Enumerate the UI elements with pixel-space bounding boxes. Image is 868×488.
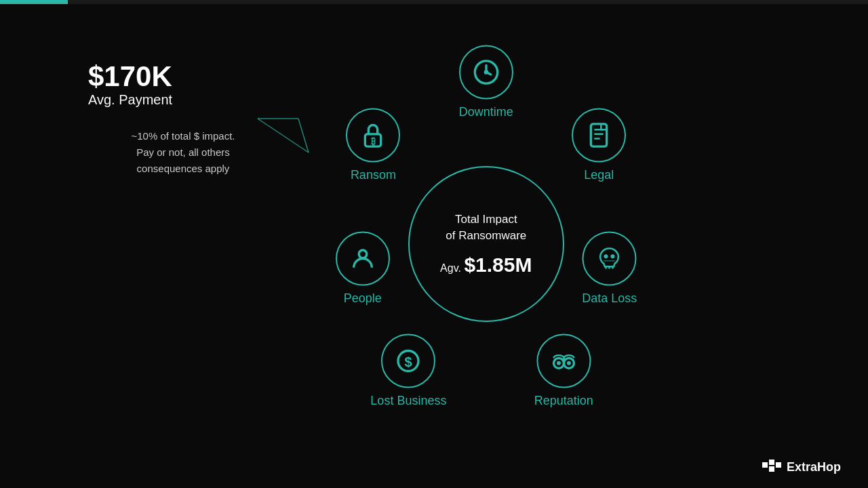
center-circle: Total Impact of Ransomware Agv. $1.85M bbox=[408, 166, 564, 322]
svg-line-2 bbox=[298, 119, 309, 152]
extrahop-logo-icon bbox=[762, 460, 781, 474]
node-downtime: Downtime bbox=[459, 45, 513, 119]
node-data-loss: Data Loss bbox=[582, 232, 637, 306]
downtime-circle bbox=[459, 45, 513, 99]
data-loss-circle bbox=[583, 232, 637, 286]
svg-rect-27 bbox=[776, 462, 781, 468]
dollar-icon: $ bbox=[395, 348, 422, 375]
svg-rect-24 bbox=[762, 462, 768, 468]
svg-point-12 bbox=[611, 255, 615, 259]
progress-bar-fill bbox=[0, 0, 68, 4]
avg-payment-amount: $170K bbox=[88, 61, 278, 92]
clock-icon bbox=[473, 58, 500, 85]
logo-text: ExtraHop bbox=[787, 460, 841, 474]
data-loss-label: Data Loss bbox=[582, 291, 637, 306]
svg-rect-25 bbox=[769, 460, 774, 465]
node-people: People bbox=[336, 232, 390, 306]
node-reputation: Reputation bbox=[534, 334, 593, 408]
people-label: People bbox=[344, 291, 382, 306]
node-ransom: ₿ Ransom bbox=[346, 108, 400, 182]
document-icon bbox=[585, 122, 612, 149]
svg-text:$: $ bbox=[405, 354, 412, 369]
svg-point-11 bbox=[604, 255, 608, 259]
svg-point-17 bbox=[567, 361, 571, 365]
legal-label: Legal bbox=[584, 168, 614, 182]
svg-rect-7 bbox=[591, 124, 607, 146]
people-circle bbox=[336, 232, 390, 286]
lost-business-circle: $ bbox=[381, 334, 435, 388]
ransom-circle: ₿ bbox=[346, 108, 400, 163]
logo: ExtraHop bbox=[762, 460, 841, 474]
logo-icon bbox=[762, 460, 781, 474]
center-title: Total Impact of Ransomware bbox=[446, 211, 526, 244]
diagram-container: Total Impact of Ransomware Agv. $1.85M D… bbox=[310, 68, 663, 420]
lost-business-label: Lost Business bbox=[370, 394, 446, 408]
svg-point-16 bbox=[557, 361, 561, 365]
center-value-row: Agv. $1.85M bbox=[440, 253, 532, 277]
reputation-circle bbox=[536, 334, 591, 388]
node-legal: Legal bbox=[572, 108, 626, 182]
avg-payment-label: Avg. Payment bbox=[88, 92, 278, 108]
ransom-label: Ransom bbox=[351, 168, 396, 182]
svg-text:₿: ₿ bbox=[371, 136, 376, 146]
left-panel: $170K Avg. Payment ~10% of total $ impac… bbox=[88, 61, 278, 177]
svg-point-21 bbox=[359, 250, 367, 258]
bitcoin-lock-icon: ₿ bbox=[359, 122, 387, 149]
downtime-label: Downtime bbox=[459, 104, 513, 119]
footnote: ~10% of total $ impact. Pay or not, all … bbox=[88, 128, 278, 177]
person-icon bbox=[349, 245, 376, 272]
binoculars-icon bbox=[550, 348, 577, 375]
progress-bar bbox=[0, 0, 868, 4]
skull-icon bbox=[596, 245, 623, 272]
svg-rect-26 bbox=[769, 466, 774, 472]
node-lost-business: $ Lost Business bbox=[370, 334, 446, 408]
legal-circle bbox=[572, 108, 626, 163]
reputation-label: Reputation bbox=[534, 394, 593, 408]
